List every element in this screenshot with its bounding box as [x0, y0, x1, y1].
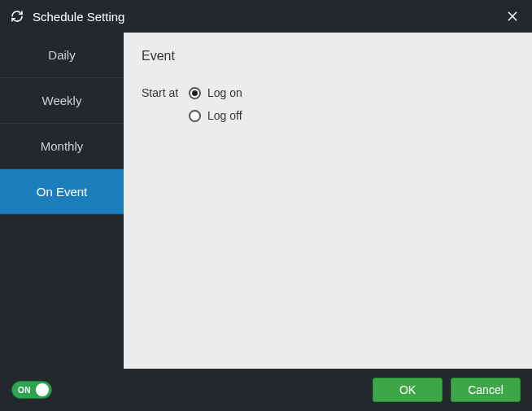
sidebar-item-on-event[interactable]: On Event [0, 169, 124, 215]
option-row-log-on: Start at Log on [142, 86, 514, 99]
sidebar-item-monthly[interactable]: Monthly [0, 124, 124, 169]
content-pane: Event Start at Log on Log off [124, 33, 532, 369]
body: Daily Weekly Monthly On Event Event Star… [0, 33, 532, 369]
refresh-icon [10, 9, 24, 24]
radio-log-off-label: Log off [207, 109, 242, 122]
footer: ON OK Cancel [0, 369, 532, 411]
radio-log-on[interactable] [189, 87, 201, 99]
cancel-button[interactable]: Cancel [451, 378, 521, 402]
sidebar-item-weekly[interactable]: Weekly [0, 78, 124, 124]
radio-log-on-label: Log on [207, 86, 242, 99]
titlebar: Schedule Setting [0, 0, 532, 33]
ok-button[interactable]: OK [373, 378, 443, 402]
sidebar: Daily Weekly Monthly On Event [0, 33, 124, 369]
option-row-log-off: Log off [142, 109, 514, 122]
window-title: Schedule Setting [33, 10, 503, 24]
radio-log-off[interactable] [189, 110, 201, 122]
close-icon[interactable] [503, 7, 522, 26]
content-heading: Event [142, 49, 514, 63]
sidebar-item-daily[interactable]: Daily [0, 33, 124, 78]
toggle-knob [36, 383, 49, 396]
toggle-label: ON [18, 386, 31, 395]
enable-toggle[interactable]: ON [11, 381, 52, 399]
start-at-label: Start at [142, 86, 189, 99]
